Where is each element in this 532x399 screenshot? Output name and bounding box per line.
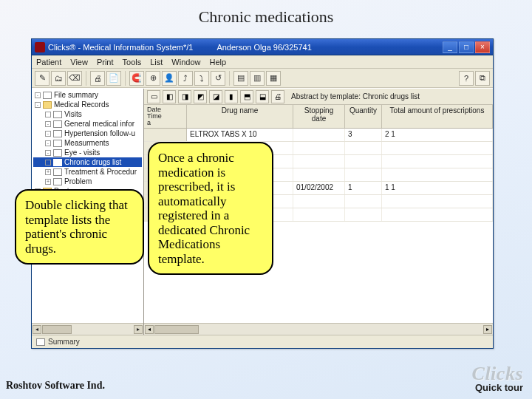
tree-item[interactable]: -Hypertension follow-u [33, 129, 142, 138]
toolbar-btn-13[interactable]: ▥ [250, 71, 265, 86]
toolbar-btn-1[interactable]: ✎ [35, 71, 50, 86]
row-date-cell [144, 129, 187, 141]
tree-item[interactable]: -Chronic drugs list [33, 157, 142, 167]
toolbar-btn-6[interactable]: 🧲 [129, 71, 144, 86]
toolbar-btn-14[interactable]: ▦ [266, 71, 281, 86]
tree-expander-icon[interactable]: - [45, 160, 51, 166]
table-row[interactable]: ELTROX TABS X 1032 1 [144, 129, 493, 142]
cell-qty [345, 208, 382, 221]
tree-item[interactable]: +Problem [33, 177, 142, 186]
close-button[interactable]: × [475, 41, 490, 53]
grid-header-stop[interactable]: Stopping date [293, 105, 345, 128]
statusbar: Summary [32, 335, 493, 348]
tree-item-label: Hypertension follow-u [64, 129, 135, 137]
toolbar-btn-2[interactable]: 🗂 [51, 71, 66, 86]
tree-item[interactable]: -General medical infor [33, 119, 142, 129]
tree-item-label: Chronic drugs list [64, 158, 121, 166]
grid-header-drug[interactable]: Drug name [187, 105, 293, 128]
toolbar-btn-8[interactable]: 👤 [162, 71, 177, 86]
menu-view[interactable]: View [70, 58, 88, 66]
abstract-label: Abstract by template: Chronic drugs list [291, 92, 420, 100]
tree-expander-icon[interactable]: - [45, 121, 51, 127]
scroll-thumb[interactable] [42, 325, 72, 334]
toolbar-help-icon[interactable]: ? [459, 71, 474, 86]
sub-btn-2[interactable]: ◧ [163, 90, 176, 103]
h-scrollbar-tree[interactable]: ◂▸ [32, 323, 143, 335]
scroll-left-icon[interactable]: ◂ [145, 325, 154, 334]
tree-expander-icon[interactable]: - [45, 150, 51, 156]
page-icon [53, 130, 62, 137]
menu-print[interactable]: Print [97, 58, 114, 66]
toolbar-btn-7[interactable]: ⊕ [146, 71, 160, 86]
toolbar-btn-11[interactable]: ↺ [211, 71, 225, 86]
page-icon [53, 178, 62, 185]
menu-tools[interactable]: Tools [123, 58, 142, 66]
scroll-right-icon[interactable]: ▸ [134, 325, 143, 334]
grid-header-total[interactable]: Total amount of prescriptions [382, 105, 493, 128]
toolbar-btn-3[interactable]: ⌫ [67, 71, 82, 86]
minimize-button[interactable]: _ [443, 41, 457, 53]
toolbar-btn-9[interactable]: ⤴ [178, 71, 193, 86]
sub-btn-7[interactable]: ⬒ [240, 90, 253, 103]
callout-chronic-template: Once a chronic medication is prescribed,… [148, 142, 273, 275]
menu-window[interactable]: Window [171, 58, 200, 66]
page-icon [53, 149, 62, 157]
tree-expander-icon[interactable]: - [45, 140, 51, 146]
scroll-left-icon[interactable]: ◂ [33, 325, 41, 334]
tree-item-label: Visits [64, 110, 82, 118]
sub-btn-print[interactable]: 🖨 [271, 90, 284, 103]
sub-btn-8[interactable]: ⬓ [256, 90, 269, 103]
cell-drug: ELTROX TABS X 10 [187, 129, 293, 141]
tree-item-label: Treatment & Procedur [64, 168, 137, 176]
tree-item[interactable]: -Medical Records [33, 100, 142, 109]
sub-btn-3[interactable]: ◨ [178, 90, 191, 103]
cell-qty [345, 142, 382, 154]
tree-expander-icon[interactable]: + [45, 179, 51, 185]
scroll-right-icon[interactable]: ▸ [483, 325, 492, 334]
sub-btn-6[interactable]: ▮ [225, 90, 238, 103]
tree-item[interactable]: Visits [33, 109, 142, 119]
cell-total: 2 1 [382, 129, 493, 141]
menu-list[interactable]: List [150, 58, 163, 66]
page-icon [53, 159, 62, 166]
scroll-thumb[interactable] [154, 325, 199, 334]
toolbar-btn-12[interactable]: ▤ [233, 71, 248, 86]
sub-toolbar: ▭ ◧ ◨ ◩ ◪ ▮ ⬒ ⬓ 🖨 Abstract by template: … [144, 89, 493, 105]
menubar: Patient View Print Tools List Window Hel… [32, 55, 493, 69]
grid-header-left[interactable]: Date Time a [144, 105, 187, 128]
toolbar-btn-10[interactable]: ⤵ [194, 71, 209, 86]
h-scrollbar-main[interactable]: ◂ ▸ [144, 323, 493, 335]
patient-name: Anderson Olga 96/325741 [216, 43, 443, 52]
tree-expander-icon[interactable]: + [45, 169, 51, 175]
tree-item[interactable]: -Eye - visits [33, 148, 142, 157]
grid-header-qty[interactable]: Quantity [345, 105, 382, 128]
tree-item[interactable]: +Treatment & Procedur [33, 167, 142, 177]
menu-patient[interactable]: Patient [36, 58, 61, 66]
cell-stopping [293, 142, 345, 154]
cell-stopping [293, 155, 345, 168]
slide-title: Chronic medications [0, 7, 532, 27]
sub-btn-5[interactable]: ◪ [209, 90, 222, 103]
page-icon [43, 92, 52, 99]
cell-stopping [293, 208, 345, 221]
tree-expander-icon[interactable]: - [35, 102, 41, 108]
window-title: Clicks® - Medical Information System*/1 [48, 43, 193, 52]
tree-item[interactable]: -Measurments [33, 138, 142, 148]
tree-expander-icon[interactable]: - [45, 131, 51, 137]
quick-tour-label: Quick tour [472, 382, 523, 393]
grid-header: Date Time a Drug name Stopping date Quan… [144, 105, 493, 129]
footer-company: Roshtov Software Ind. [6, 380, 105, 392]
app-icon [35, 42, 45, 52]
sub-btn-1[interactable]: ▭ [147, 90, 160, 103]
tree-expander-icon[interactable]: - [35, 92, 41, 98]
tree-item-label: Measurments [64, 139, 109, 147]
tree-item[interactable]: -File summary [33, 90, 142, 100]
tree-expander-icon[interactable] [45, 112, 51, 117]
toolbar-btn-15[interactable]: ⧉ [475, 71, 490, 86]
titlebar[interactable]: Clicks® - Medical Information System*/1 … [32, 39, 493, 55]
toolbar-btn-5[interactable]: 📄 [106, 71, 121, 86]
sub-btn-4[interactable]: ◩ [194, 90, 207, 103]
toolbar-btn-4[interactable]: 🖨 [90, 71, 105, 86]
menu-help[interactable]: Help [209, 58, 226, 66]
maximize-button[interactable]: □ [459, 41, 474, 53]
